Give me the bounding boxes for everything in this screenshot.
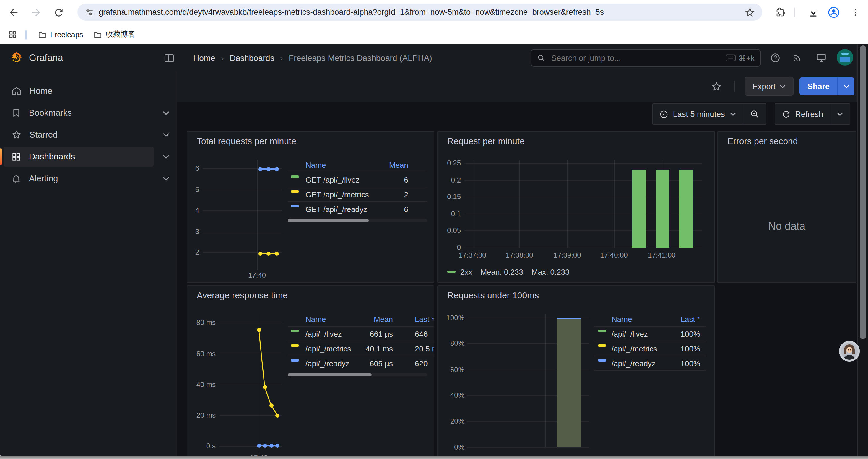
dashboards-icon (11, 152, 21, 162)
legend-row[interactable]: GET /api/_/metrics 2 (288, 187, 427, 201)
brand-name: Grafana (29, 52, 63, 63)
series-swatch (598, 330, 606, 332)
legend-row[interactable]: /api/_/metrics 100% (594, 341, 706, 356)
panel-title[interactable]: Errors per second (727, 136, 798, 146)
y-tick-label: 2 (187, 248, 199, 256)
apps-grid-button[interactable] (5, 27, 20, 42)
panel-title[interactable]: Average response time (197, 290, 288, 300)
y-tick-label: 0.25 (438, 159, 461, 167)
legend-row[interactable]: /api/_/metrics 40.1 ms 20.5 m (288, 341, 434, 356)
back-button[interactable] (5, 4, 23, 21)
series-name[interactable]: GET /api/_/metrics (306, 190, 369, 199)
legend-row[interactable]: /api/_/livez 661 µs 646 (288, 326, 434, 341)
grafana-header: Grafana Home › Dashboards › Freeleaps Me… (0, 44, 868, 72)
legend-row[interactable]: GET /api/_/readyz 6 (288, 201, 427, 216)
chevron-down-icon[interactable] (162, 132, 169, 137)
legend-header-name[interactable]: Name (306, 315, 326, 324)
series-name[interactable]: /api/_/metrics (306, 345, 351, 353)
series-name[interactable]: /api/_/metrics (612, 345, 657, 353)
url-text: grafana.mathmast.com/d/deytv4rwavabkb/fr… (99, 8, 745, 17)
chevron-down-icon[interactable] (162, 154, 169, 159)
panel-total-requests: Total requests per minute 6543217:40 Nam… (187, 131, 434, 283)
news-button[interactable] (787, 48, 806, 67)
user-avatar[interactable] (837, 49, 853, 66)
sidebar-item-dashboards[interactable]: Dashboards (4, 146, 172, 167)
kiosk-mode-button[interactable] (812, 48, 831, 67)
series-name[interactable]: /api/_/readyz (306, 359, 349, 368)
search-box[interactable]: ⌘+k (531, 49, 761, 67)
horizontal-scrollbar[interactable] (0, 456, 868, 459)
help-button[interactable] (766, 48, 785, 67)
site-settings-icon[interactable] (85, 7, 94, 17)
export-button[interactable]: Export (745, 77, 794, 96)
time-range-picker[interactable]: Last 5 minutes (653, 104, 743, 124)
breadcrumb-home[interactable]: Home (193, 53, 215, 63)
grafana-brand[interactable]: Grafana (9, 51, 63, 64)
favorite-star-button[interactable] (708, 77, 725, 95)
bookmark-folder-blogs[interactable]: 收藏博客 (90, 27, 139, 42)
legend-header-name[interactable]: Name (306, 161, 326, 169)
panel-title[interactable]: Request per minute (447, 136, 525, 146)
panel-title[interactable]: Requests under 100ms (447, 290, 539, 300)
series-name[interactable]: /api/_/livez (612, 330, 648, 338)
reload-icon (53, 7, 64, 18)
bookmark-star-icon[interactable] (745, 7, 755, 18)
area-bar (557, 318, 582, 447)
breadcrumb-dashboards[interactable]: Dashboards (229, 53, 274, 63)
legend-header-name[interactable]: Name (612, 315, 632, 324)
sidebar-item-home[interactable]: Home (4, 80, 172, 102)
series-name[interactable]: /api/_/livez (306, 330, 342, 338)
url-bar[interactable]: grafana.mathmast.com/d/deytv4rwavabkb/fr… (78, 4, 762, 21)
legend-header-last[interactable]: Last * (681, 315, 701, 324)
refresh-interval-button[interactable] (830, 104, 850, 124)
bookmark-folder-freeleaps[interactable]: Freeleaps (34, 27, 87, 42)
legend-scrollbar[interactable] (288, 219, 427, 222)
scrollbar-thumb[interactable] (860, 45, 866, 339)
browser-menu-button[interactable] (847, 4, 864, 21)
chevron-down-icon[interactable] (162, 176, 169, 181)
legend-row[interactable]: /api/_/livez 100% (594, 326, 706, 341)
grid-line (545, 314, 546, 447)
search-input[interactable] (550, 53, 721, 63)
legend-row[interactable]: GET /api/_/livez 6 (288, 172, 427, 187)
legend-scrollbar[interactable] (288, 373, 427, 376)
legend-row[interactable]: /api/_/readyz 605 µs 620 (288, 356, 434, 370)
panel-errors-per-second: Errors per second No data (717, 131, 856, 283)
profile-button[interactable] (825, 4, 843, 21)
downloads-button[interactable] (804, 4, 822, 21)
dashboard-canvas: Last 5 minutes Refresh (177, 102, 868, 459)
forward-button[interactable] (27, 4, 45, 21)
share-menu-button[interactable] (837, 77, 855, 95)
data-point (275, 413, 279, 417)
legend-header-last[interactable]: Last * (415, 315, 434, 324)
kebab-menu-icon (851, 8, 860, 17)
grid-line (614, 160, 615, 248)
extensions-button[interactable] (772, 4, 789, 21)
data-point (257, 328, 261, 332)
legend-header-mean[interactable]: Mean (374, 315, 393, 324)
series-swatch (598, 345, 606, 347)
series-name[interactable]: 2xx (460, 267, 472, 276)
assistant-avatar-button[interactable] (839, 341, 860, 362)
vertical-scrollbar[interactable] (857, 44, 868, 456)
legend-row[interactable]: /api/_/readyz 100% (594, 356, 706, 370)
x-tick-label: 17:39:00 (548, 251, 586, 259)
series-swatch (291, 175, 299, 178)
zoom-out-button[interactable] (742, 104, 766, 124)
series-name[interactable]: GET /api/_/readyz (306, 205, 367, 214)
sidebar-item-bookmarks[interactable]: Bookmarks (4, 102, 172, 124)
panel-title[interactable]: Total requests per minute (197, 136, 296, 146)
share-button[interactable]: Share (800, 77, 837, 95)
chevron-down-icon[interactable] (162, 110, 169, 115)
x-tick-label: 17:40 (238, 271, 276, 280)
bookmark-label: 收藏博客 (106, 30, 135, 40)
sidebar-item-starred[interactable]: Starred (4, 124, 172, 145)
series-name[interactable]: /api/_/readyz (612, 359, 656, 368)
sidebar-item-alerting[interactable]: Alerting (4, 168, 172, 189)
reload-button[interactable] (50, 4, 67, 21)
sidebar-collapse-button[interactable] (159, 48, 179, 67)
legend-header-mean[interactable]: Mean (389, 161, 408, 169)
time-controls: Last 5 minutes Refresh (652, 103, 850, 125)
refresh-button[interactable]: Refresh (775, 104, 830, 124)
series-name[interactable]: GET /api/_/livez (306, 175, 360, 184)
